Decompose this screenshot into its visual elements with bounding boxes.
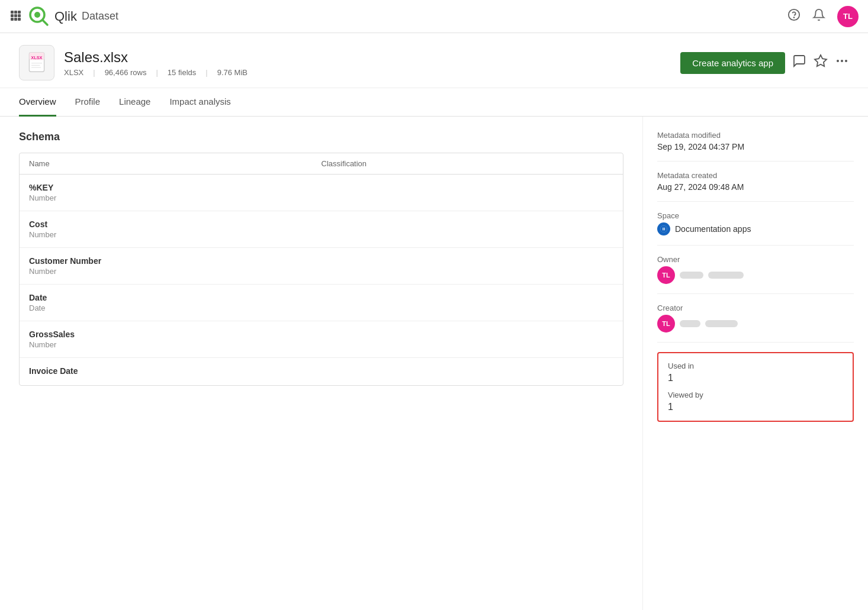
space-icon xyxy=(657,222,670,235)
schema-row-customer-number: Customer Number Number xyxy=(20,248,623,285)
svg-rect-4 xyxy=(14,14,17,17)
svg-point-10 xyxy=(34,12,40,18)
schema-row-date: Date Date xyxy=(20,285,623,321)
svg-rect-6 xyxy=(11,18,14,21)
owner-row: TL xyxy=(657,266,854,284)
col-name-header: Name xyxy=(29,159,322,168)
col-classification-header: Classification xyxy=(322,159,614,168)
schema-row-grosssales: GrossSales Number xyxy=(20,321,623,358)
dataset-info: Sales.xlsx XLSX | 96,466 rows | 15 field… xyxy=(64,49,671,77)
file-size: 9.76 MiB xyxy=(217,68,247,77)
field-type-cost: Number xyxy=(29,230,613,239)
logo-text: Qlik xyxy=(54,9,77,24)
topnav-actions: TL xyxy=(787,6,859,27)
space-value: Documentation apps xyxy=(657,222,854,235)
field-type-key: Number xyxy=(29,193,613,202)
svg-point-21 xyxy=(837,60,839,62)
svg-line-11 xyxy=(43,20,47,25)
creator-avatar: TL xyxy=(657,315,675,333)
svg-rect-0 xyxy=(11,11,14,14)
tab-profile[interactable]: Profile xyxy=(75,88,101,117)
svg-rect-7 xyxy=(14,18,17,21)
used-in-count: 1 xyxy=(668,373,843,383)
schema-row-invoice-date: Invoice Date xyxy=(20,358,623,385)
schema-header: Name Classification xyxy=(20,153,623,175)
schema-row-cost: Cost Number xyxy=(20,211,623,248)
metadata-created-label: Metadata created xyxy=(657,171,854,180)
space-section: Space Documentation apps xyxy=(657,202,854,246)
svg-rect-8 xyxy=(18,18,21,21)
owner-section: Owner TL xyxy=(657,246,854,294)
row-count: 96,466 rows xyxy=(105,68,147,77)
left-panel: Schema Name Classification %KEY Number C… xyxy=(0,117,643,610)
field-name-key: %KEY xyxy=(29,183,613,192)
top-navigation: Qlik Dataset TL xyxy=(0,0,868,33)
svg-rect-3 xyxy=(11,14,14,17)
field-name-invoice-date: Invoice Date xyxy=(29,366,613,376)
creator-label: Creator xyxy=(657,304,854,312)
usage-box: Used in 1 Viewed by 1 xyxy=(657,352,854,422)
tab-impact-analysis[interactable]: Impact analysis xyxy=(169,88,230,117)
owner-detail-redacted xyxy=(708,272,744,279)
right-panel: Metadata modified Sep 19, 2024 04:37 PM … xyxy=(643,117,868,610)
svg-text:XLSX: XLSX xyxy=(31,54,43,60)
svg-point-22 xyxy=(841,60,843,62)
owner-name-redacted xyxy=(680,272,703,279)
field-count: 15 fields xyxy=(168,68,196,77)
owner-label: Owner xyxy=(657,255,854,264)
used-in-label: Used in xyxy=(668,362,843,370)
grid-menu-icon[interactable] xyxy=(9,9,21,23)
field-name-grosssales: GrossSales xyxy=(29,330,613,339)
create-analytics-app-button[interactable]: Create analytics app xyxy=(680,52,785,74)
svg-rect-1 xyxy=(14,11,17,14)
star-icon[interactable] xyxy=(814,54,828,72)
schema-row-key: %KEY Number xyxy=(20,175,623,211)
field-type-customer-number: Number xyxy=(29,267,613,276)
field-type-date: Date xyxy=(29,304,613,312)
creator-section: Creator TL xyxy=(657,294,854,343)
viewed-by-label: Viewed by xyxy=(668,390,843,399)
creator-row: TL xyxy=(657,315,854,333)
schema-table: Name Classification %KEY Number Cost Num… xyxy=(19,153,623,386)
svg-rect-5 xyxy=(18,14,21,17)
svg-rect-2 xyxy=(18,11,21,14)
tab-lineage[interactable]: Lineage xyxy=(119,88,150,117)
metadata-modified-value: Sep 19, 2024 04:37 PM xyxy=(657,142,854,151)
metadata-modified-section: Metadata modified Sep 19, 2024 04:37 PM xyxy=(657,121,854,162)
main-content: Schema Name Classification %KEY Number C… xyxy=(0,117,868,610)
svg-point-23 xyxy=(845,60,847,62)
schema-title: Schema xyxy=(19,131,623,143)
field-name-customer-number: Customer Number xyxy=(29,256,613,266)
viewed-by-count: 1 xyxy=(668,402,843,412)
chat-icon[interactable] xyxy=(792,54,806,72)
more-options-icon[interactable] xyxy=(835,54,849,72)
tab-overview[interactable]: Overview xyxy=(19,88,56,117)
metadata-created-value: Aug 27, 2024 09:48 AM xyxy=(657,182,854,192)
dataset-actions: Create analytics app xyxy=(680,52,849,74)
qlik-logo[interactable]: Qlik xyxy=(28,6,77,27)
dataset-name: Sales.xlsx xyxy=(64,49,671,66)
svg-marker-20 xyxy=(815,55,827,66)
file-icon: XLSX xyxy=(19,45,54,80)
tabs-bar: Overview Profile Lineage Impact analysis xyxy=(0,88,868,117)
notification-icon[interactable] xyxy=(812,8,825,24)
help-icon[interactable] xyxy=(787,8,801,24)
space-label: Space xyxy=(657,211,854,220)
owner-avatar: TL xyxy=(657,266,675,284)
field-type-grosssales: Number xyxy=(29,340,613,349)
field-name-cost: Cost xyxy=(29,220,613,229)
creator-detail-redacted xyxy=(705,320,738,327)
dataset-meta: XLSX | 96,466 rows | 15 fields | 9.76 Mi… xyxy=(64,68,671,77)
metadata-created-section: Metadata created Aug 27, 2024 09:48 AM xyxy=(657,162,854,202)
file-type: XLSX xyxy=(64,68,83,77)
user-avatar[interactable]: TL xyxy=(837,6,859,27)
space-name: Documentation apps xyxy=(675,224,751,234)
creator-name-redacted xyxy=(680,320,700,327)
dataset-header: XLSX Sales.xlsx XLSX | 96,466 rows | 15 … xyxy=(0,33,868,88)
metadata-modified-label: Metadata modified xyxy=(657,131,854,140)
page-title: Dataset xyxy=(82,10,118,22)
field-name-date: Date xyxy=(29,293,613,302)
